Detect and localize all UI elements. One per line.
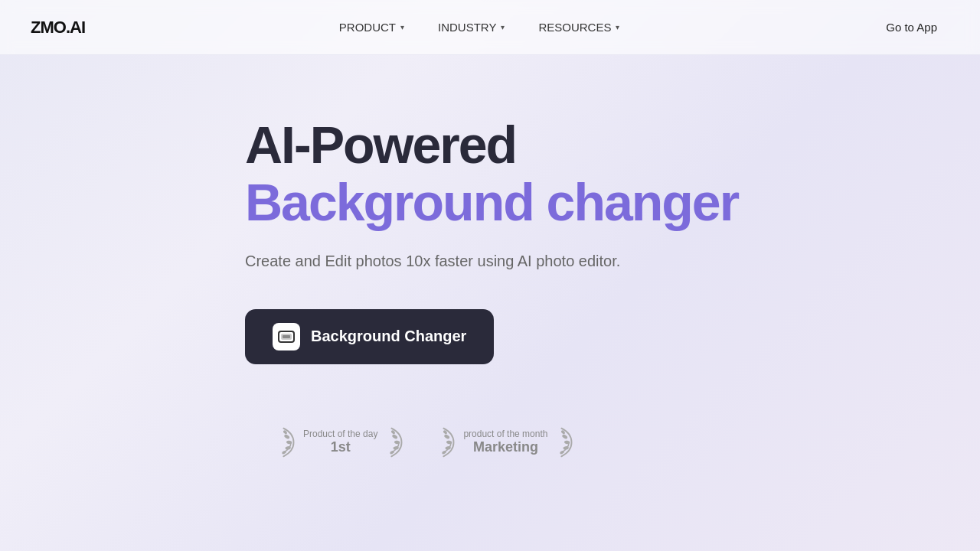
nav-resources[interactable]: RESOURCES ▾ (524, 15, 633, 40)
hero-title-line1: AI-Powered (245, 116, 516, 174)
badges-section: Product of the day 1st (245, 425, 575, 459)
svg-point-3 (283, 434, 290, 439)
nav-center: PRODUCT ▾ INDUSTRY ▾ RESOURCES ▾ (325, 15, 634, 40)
svg-point-4 (286, 440, 292, 445)
chevron-down-icon: ▾ (400, 23, 404, 31)
background-changer-button[interactable]: Background Changer (245, 309, 494, 364)
svg-point-8 (392, 434, 399, 439)
svg-point-13 (444, 434, 451, 439)
hero-subtitle: Create and Edit photos 10x faster using … (245, 249, 620, 272)
badge-product-day: Product of the day 1st (276, 425, 405, 459)
navbar: ZMO.AI PRODUCT ▾ INDUSTRY ▾ RESOURCES ▾ … (0, 0, 980, 55)
background-changer-icon (273, 323, 300, 350)
svg-rect-2 (283, 335, 290, 338)
badge-day-text: Product of the day 1st (303, 429, 377, 455)
chevron-down-icon: ▾ (501, 23, 505, 31)
laurel-left-icon (276, 425, 297, 459)
nav-product[interactable]: PRODUCT ▾ (325, 15, 418, 40)
svg-point-14 (446, 440, 452, 445)
laurel-right-month-icon (554, 425, 575, 459)
badge-product-month: product of the month Marketing (436, 425, 575, 459)
go-to-app-button[interactable]: Go to App (874, 15, 949, 40)
hero-section: AI-Powered Background changer Create and… (0, 55, 980, 551)
hero-title-line2: Background changer (245, 174, 738, 231)
logo[interactable]: ZMO.AI (31, 18, 85, 37)
svg-point-9 (394, 440, 400, 445)
badge-month-text: product of the month Marketing (463, 429, 547, 455)
svg-point-18 (562, 434, 569, 439)
laurel-left-month-icon (436, 425, 457, 459)
svg-point-19 (564, 440, 570, 445)
laurel-right-icon (384, 425, 405, 459)
chevron-down-icon: ▾ (616, 23, 619, 31)
nav-industry[interactable]: INDUSTRY ▾ (424, 15, 518, 40)
